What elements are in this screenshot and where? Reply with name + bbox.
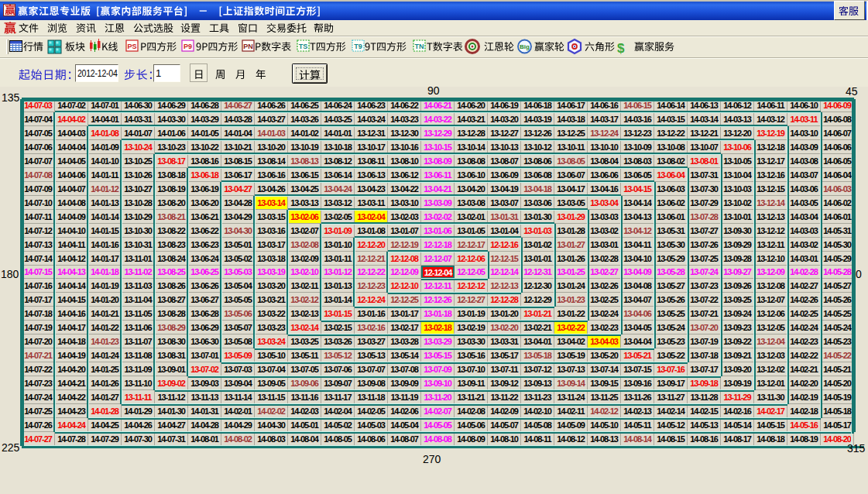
svg-text:P9: P9 — [184, 43, 192, 50]
svg-text:T9: T9 — [354, 43, 362, 50]
svg-text:PS: PS — [127, 43, 136, 50]
svg-text:TN: TN — [415, 43, 424, 50]
svg-text:$: $ — [617, 41, 625, 56]
svg-text:PN: PN — [243, 43, 253, 50]
svg-text:TS: TS — [299, 43, 308, 50]
svg-text:Big: Big — [520, 43, 530, 50]
